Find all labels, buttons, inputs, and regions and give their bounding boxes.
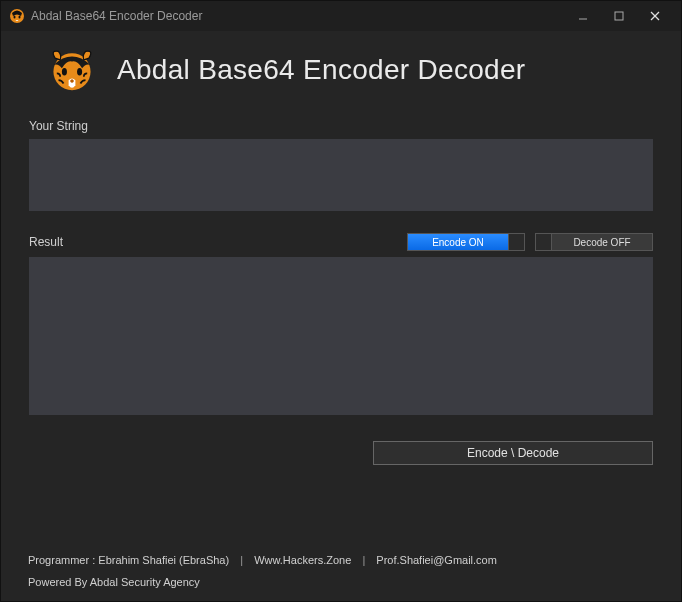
encode-decode-button[interactable]: Encode \ Decode [373, 441, 653, 465]
footer-programmer: Programmer : Ebrahim Shafiei (EbraSha) [28, 554, 229, 566]
result-textarea[interactable] [29, 257, 653, 415]
footer-separator: | [362, 554, 365, 566]
footer-separator: | [240, 554, 243, 566]
footer-email: Prof.Shafiei@Gmail.com [376, 554, 497, 566]
footer: Programmer : Ebrahim Shafiei (EbraSha) |… [28, 554, 654, 588]
minimize-button[interactable] [565, 5, 601, 27]
result-label: Result [29, 235, 63, 249]
footer-powered: Powered By Abdal Security Agency [28, 576, 654, 588]
window-title: Abdal Base64 Encoder Decoder [31, 9, 202, 23]
encode-toggle[interactable]: Encode ON [407, 233, 525, 251]
app-title: Abdal Base64 Encoder Decoder [117, 54, 525, 86]
svg-point-2 [19, 16, 21, 19]
svg-rect-4 [615, 12, 623, 20]
app-header: Abdal Base64 Encoder Decoder [29, 39, 653, 115]
mode-toggle-group: Encode ON Decode OFF [407, 233, 653, 251]
toggle-knob-icon [536, 234, 552, 250]
decode-toggle-label: Decode OFF [552, 234, 652, 250]
app-icon [9, 8, 25, 24]
main-content: Abdal Base64 Encoder Decoder Your String… [1, 31, 681, 481]
encode-toggle-label: Encode ON [408, 234, 508, 250]
input-label: Your String [29, 119, 653, 133]
toggle-knob-icon [508, 234, 524, 250]
maximize-button[interactable] [601, 5, 637, 27]
close-button[interactable] [637, 5, 673, 27]
input-textarea[interactable] [29, 139, 653, 211]
svg-point-9 [77, 68, 82, 76]
title-bar: Abdal Base64 Encoder Decoder [1, 1, 681, 31]
svg-point-1 [14, 16, 16, 19]
decode-toggle[interactable]: Decode OFF [535, 233, 653, 251]
svg-point-8 [62, 68, 67, 76]
footer-website: Www.Hackers.Zone [254, 554, 351, 566]
tiger-logo-icon [45, 43, 99, 97]
